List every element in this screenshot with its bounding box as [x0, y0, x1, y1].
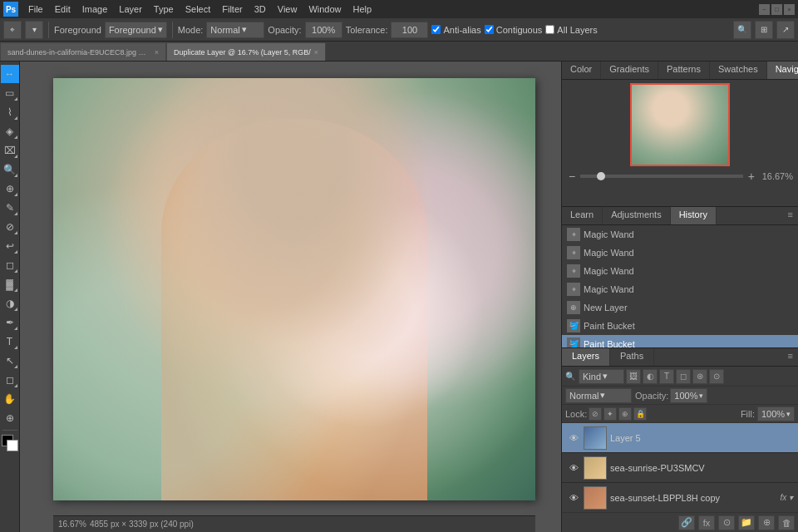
- lock-all-btn[interactable]: 🔒: [633, 407, 647, 421]
- quick-select-tool[interactable]: ◈: [1, 122, 19, 140]
- search-button[interactable]: 🔍: [733, 21, 751, 39]
- lock-pixel-btn[interactable]: ⊘: [589, 407, 602, 421]
- lock-artboard-btn[interactable]: ⊕: [618, 407, 632, 421]
- tolerance-input[interactable]: [391, 22, 428, 38]
- tab-navigator[interactable]: Navigator: [767, 62, 798, 79]
- adj-filter-btn[interactable]: ◐: [643, 369, 658, 384]
- history-label-0: Magic Wand: [584, 229, 634, 239]
- layer-item-1[interactable]: 👁 sea-sunrise-PU3SMCV: [562, 453, 798, 483]
- all-layers-checkbox[interactable]: [545, 25, 554, 34]
- history-panel-menu[interactable]: ≡: [783, 207, 798, 224]
- crop-tool[interactable]: ⌧: [1, 141, 19, 160]
- layer-item-2[interactable]: 👁 sea-sunset-LBPPL8H copy fx ▾: [562, 483, 798, 512]
- history-item-1[interactable]: ⌖ Magic Wand: [562, 244, 798, 262]
- delete-layer-button[interactable]: 🗑: [778, 515, 795, 530]
- opacity-input[interactable]: [305, 22, 342, 38]
- menu-file[interactable]: File: [23, 2, 48, 16]
- close-tab-1[interactable]: ×: [314, 48, 318, 57]
- shape-tool[interactable]: ◻: [1, 371, 19, 389]
- tool-options-dropdown[interactable]: ▾: [25, 21, 43, 39]
- tool-icon[interactable]: ⌖: [3, 21, 22, 39]
- tab-color[interactable]: Color: [562, 62, 601, 79]
- menu-3d[interactable]: 3D: [249, 2, 271, 16]
- create-group-button[interactable]: 📁: [738, 515, 755, 530]
- menu-edit[interactable]: Edit: [50, 2, 76, 16]
- tab-history[interactable]: History: [671, 207, 717, 224]
- kind-filter-dropdown[interactable]: Kind ▾: [579, 369, 624, 384]
- anti-alias-checkbox[interactable]: [431, 25, 441, 34]
- arrange-button[interactable]: ⊞: [755, 21, 773, 39]
- menu-window[interactable]: Window: [303, 2, 346, 16]
- path-select-tool[interactable]: ↖: [1, 352, 19, 370]
- pixel-filter-btn[interactable]: 🖼: [626, 369, 641, 384]
- doc-tab-1[interactable]: Duplicate Layer @ 16.7% (Layer 5, RGB/ ×: [166, 42, 326, 61]
- shape-filter-btn[interactable]: ◻: [676, 369, 691, 384]
- history-item-6[interactable]: 🪣 Paint Bucket: [562, 335, 798, 348]
- menu-type[interactable]: Type: [149, 2, 179, 16]
- background-color[interactable]: [7, 440, 18, 451]
- mode-dropdown[interactable]: Normal ▾: [206, 22, 264, 38]
- zoom-tool[interactable]: ⊕: [1, 409, 19, 427]
- tab-layers[interactable]: Layers: [562, 348, 610, 366]
- move-tool[interactable]: ↔: [1, 65, 19, 83]
- close-button[interactable]: ×: [784, 4, 795, 15]
- layers-panel-menu[interactable]: ≡: [783, 348, 798, 366]
- pen-tool[interactable]: ✒: [1, 313, 19, 332]
- tab-paths[interactable]: Paths: [610, 348, 654, 366]
- share-button[interactable]: ↗: [776, 21, 795, 39]
- eyedropper-tool[interactable]: 🔍: [1, 160, 19, 179]
- contiguous-checkbox[interactable]: [485, 25, 494, 34]
- menu-select[interactable]: Select: [180, 2, 216, 16]
- eye-button-0[interactable]: 👁: [567, 431, 580, 445]
- layer-item-0[interactable]: 👁 Layer 5: [562, 423, 798, 453]
- dodge-tool[interactable]: ◑: [1, 294, 19, 313]
- history-brush-tool[interactable]: ↩: [1, 237, 19, 255]
- lasso-tool[interactable]: ⌇: [1, 103, 19, 121]
- marquee-tool[interactable]: ▭: [1, 84, 19, 102]
- zoom-slider[interactable]: [580, 175, 743, 178]
- history-item-0[interactable]: ⌖ Magic Wand: [562, 225, 798, 244]
- close-tab-0[interactable]: ×: [155, 48, 159, 57]
- menu-help[interactable]: Help: [348, 2, 377, 16]
- zoom-in-button[interactable]: +: [746, 170, 756, 183]
- tab-swatches[interactable]: Swatches: [710, 62, 767, 79]
- history-item-5[interactable]: 🪣 Paint Bucket: [562, 317, 798, 335]
- history-item-2[interactable]: ⌖ Magic Wand: [562, 262, 798, 280]
- eraser-tool[interactable]: ◻: [1, 256, 19, 274]
- maximize-button[interactable]: □: [771, 4, 782, 15]
- menu-filter[interactable]: Filter: [217, 2, 247, 16]
- link-layers-button[interactable]: 🔗: [678, 515, 695, 530]
- lock-move-btn[interactable]: ✦: [603, 407, 617, 421]
- history-item-4[interactable]: ⊕ New Layer: [562, 298, 798, 317]
- text-filter-btn[interactable]: T: [659, 369, 674, 384]
- create-layer-button[interactable]: ⊕: [758, 515, 775, 530]
- history-item-3[interactable]: ⌖ Magic Wand: [562, 280, 798, 298]
- filter-toggle-btn[interactable]: ⊙: [709, 369, 724, 384]
- minimize-button[interactable]: −: [759, 4, 770, 15]
- foreground-dropdown[interactable]: Foreground ▾: [105, 22, 167, 38]
- hand-tool[interactable]: ✋: [1, 390, 19, 408]
- opacity-value[interactable]: 100% ▾: [670, 388, 707, 403]
- menu-view[interactable]: View: [273, 2, 303, 16]
- blend-mode-dropdown[interactable]: Normal ▾: [565, 388, 632, 403]
- add-mask-button[interactable]: ⊙: [718, 515, 735, 530]
- eye-button-2[interactable]: 👁: [567, 491, 580, 505]
- fill-value[interactable]: 100% ▾: [757, 406, 795, 421]
- brush-tool[interactable]: ✎: [1, 199, 19, 217]
- healing-brush-tool[interactable]: ⊕: [1, 180, 19, 198]
- add-fx-button[interactable]: fx: [698, 515, 715, 530]
- smart-filter-btn[interactable]: ⊛: [692, 369, 707, 384]
- tab-gradients[interactable]: Gradients: [601, 62, 658, 79]
- text-tool[interactable]: T: [1, 332, 19, 351]
- gradient-tool[interactable]: ▓: [1, 275, 19, 293]
- tab-adjustments[interactable]: Adjustments: [603, 207, 671, 224]
- color-preview[interactable]: [2, 435, 18, 451]
- tab-patterns[interactable]: Patterns: [658, 62, 710, 79]
- eye-button-1[interactable]: 👁: [567, 461, 580, 475]
- zoom-out-button[interactable]: −: [567, 170, 577, 183]
- doc-tab-0[interactable]: sand-dunes-in-california-E9UCEC8.jpg @ 2…: [0, 42, 166, 61]
- tab-learn[interactable]: Learn: [562, 207, 603, 224]
- menu-image[interactable]: Image: [77, 2, 113, 16]
- clone-stamp-tool[interactable]: ⊘: [1, 218, 19, 236]
- menu-layer[interactable]: Layer: [114, 2, 147, 16]
